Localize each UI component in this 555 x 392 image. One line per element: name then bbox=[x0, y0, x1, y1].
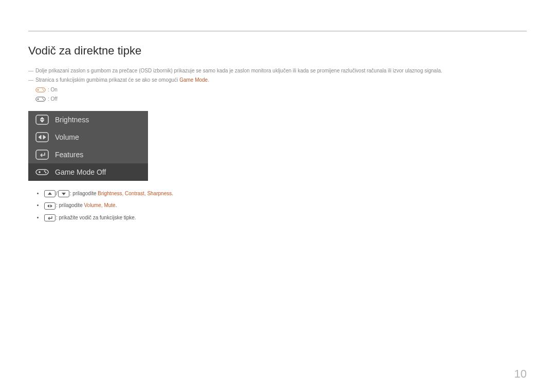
keyword: Game Mode bbox=[179, 77, 208, 83]
osd-row-features: Features bbox=[28, 146, 148, 163]
svg-point-8 bbox=[45, 172, 46, 173]
legend-off: : Off bbox=[35, 95, 527, 104]
updown-icon bbox=[35, 115, 49, 125]
legend-on-label: : On bbox=[48, 85, 58, 95]
osd-row-gamemode: Game Mode Off bbox=[28, 163, 148, 181]
legend: : On : Off bbox=[35, 85, 527, 104]
gamepad-on-icon bbox=[35, 87, 46, 93]
legend-off-label: : Off bbox=[48, 95, 58, 104]
svg-point-7 bbox=[44, 171, 45, 172]
note-prefix: Stranica s funkcijskim gumbima prikazat … bbox=[35, 77, 179, 83]
keyword: Volume, Mute bbox=[84, 202, 115, 208]
bullet-suffix: . bbox=[172, 191, 173, 196]
note-suffix: . bbox=[208, 77, 209, 83]
bullets-list: / : prilagodite Brightness, Contrast, Sh… bbox=[28, 190, 527, 221]
key-leftright-icon bbox=[44, 202, 55, 210]
bullet-text: : prikažite vodič za funkcijske tipke. bbox=[56, 215, 136, 220]
page-title: Vodič za direktne tipke bbox=[28, 44, 527, 58]
leftright-icon bbox=[35, 132, 49, 142]
osd-row-volume: Volume bbox=[28, 128, 148, 146]
bullet-3: : prikažite vodič za funkcijske tipke. bbox=[44, 214, 527, 221]
bullet-suffix: . bbox=[116, 202, 117, 208]
svg-point-1 bbox=[43, 90, 44, 91]
dash-icon: ― bbox=[28, 76, 33, 84]
page-number: 10 bbox=[514, 367, 527, 381]
svg-point-0 bbox=[42, 89, 43, 90]
note-line-2: ― Stranica s funkcijskim gumbima prikaza… bbox=[28, 76, 527, 84]
bullet-1: / : prilagodite Brightness, Contrast, Sh… bbox=[44, 190, 527, 197]
note-text: Stranica s funkcijskim gumbima prikazat … bbox=[35, 76, 527, 84]
legend-on: : On bbox=[35, 85, 527, 95]
svg-rect-4 bbox=[36, 115, 48, 124]
dash-icon: ― bbox=[28, 67, 33, 75]
key-enter-icon bbox=[44, 214, 55, 221]
osd-label: Features bbox=[55, 151, 83, 159]
bullet-prefix: : prilagodite bbox=[70, 191, 98, 196]
bullet-2: : prilagodite Volume, Mute. bbox=[44, 202, 527, 209]
osd-panel: Brightness Volume Features bbox=[28, 111, 148, 181]
enter-icon bbox=[35, 150, 49, 160]
key-up-icon bbox=[44, 190, 55, 197]
osd-label: Game Mode Off bbox=[55, 168, 106, 176]
gamepad-icon bbox=[35, 167, 49, 177]
note-text: Dolje prikazani zaslon s gumbom za preča… bbox=[35, 67, 527, 75]
osd-row-brightness: Brightness bbox=[28, 111, 148, 128]
keyword: Brightness, Contrast, Sharpness bbox=[98, 191, 172, 196]
svg-rect-5 bbox=[36, 133, 48, 142]
svg-rect-6 bbox=[36, 150, 48, 159]
svg-point-3 bbox=[43, 99, 44, 100]
osd-label: Brightness bbox=[55, 116, 89, 124]
osd-label: Volume bbox=[55, 133, 79, 141]
gamepad-off-icon bbox=[35, 96, 46, 102]
note-line-1: ― Dolje prikazani zaslon s gumbom za pre… bbox=[28, 67, 527, 75]
key-down-icon bbox=[58, 190, 69, 197]
bullet-prefix: : prilagodite bbox=[56, 202, 84, 208]
svg-point-2 bbox=[42, 98, 43, 99]
